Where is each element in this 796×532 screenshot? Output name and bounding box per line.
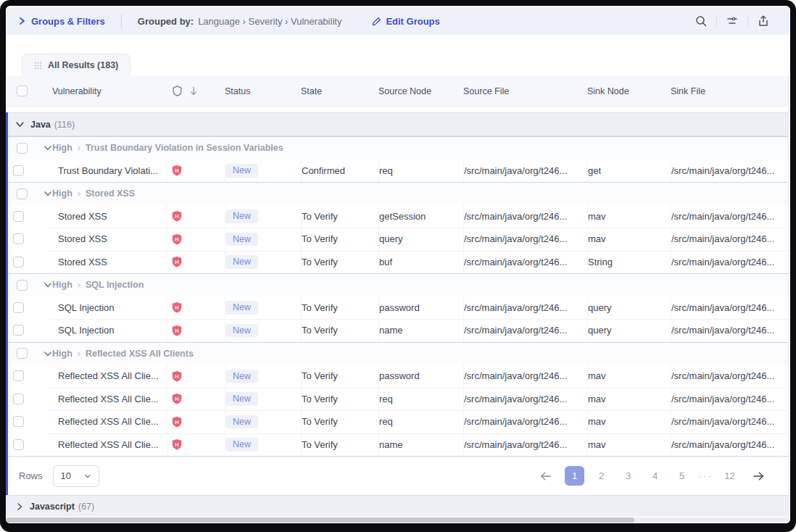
filter-button[interactable] [717, 12, 747, 30]
status-badge: New [225, 392, 258, 406]
page-button-2[interactable]: 2 [592, 466, 611, 486]
column-header-status[interactable]: Status [225, 76, 301, 106]
sink-file-cell: /src/main/java/org/t246... [671, 433, 788, 457]
table-row[interactable]: SQL Injection H New To Verify password /… [6, 296, 788, 320]
table-row[interactable]: Trust Boundary Violati... H New Confirme… [6, 159, 788, 183]
results-table: Vulnerability Status State Source Node S… [6, 76, 789, 517]
subgroup-checkbox[interactable] [17, 188, 28, 199]
chevron-down-icon[interactable] [43, 189, 52, 198]
state-cell: Confirmed [301, 159, 378, 183]
breadcrumb-separator: › [78, 188, 80, 199]
page-ellipsis[interactable]: ··· [699, 470, 713, 481]
status-badge: New [225, 301, 258, 315]
column-header-source-file[interactable]: Source File [463, 76, 587, 106]
edit-groups-button[interactable]: Edit Groups [372, 16, 439, 27]
group-header-java[interactable]: Java (116) [6, 112, 788, 136]
row-checkbox[interactable] [13, 394, 24, 404]
table-row[interactable]: Reflected XSS All Clie... H New To Verif… [6, 388, 788, 411]
table-row[interactable]: Stored XSS H New To Verify query /src/ma… [6, 228, 788, 251]
chevron-down-icon[interactable] [43, 280, 52, 289]
subgroup-header[interactable]: High › Reflected XSS All Clients [6, 342, 788, 365]
search-button[interactable] [686, 12, 716, 30]
state-cell: To Verify [301, 410, 378, 433]
table-row[interactable]: SQL Injection H New To Verify name /src/… [6, 319, 788, 342]
select-all-checkbox[interactable] [17, 86, 28, 96]
svg-text:H: H [175, 373, 178, 380]
pencil-icon [372, 17, 381, 26]
breadcrumb-separator: › [78, 143, 80, 153]
column-header-sink-file[interactable]: Sink File [671, 76, 788, 106]
row-checkbox[interactable] [13, 325, 24, 336]
subgroup-header[interactable]: High › Stored XSS [6, 182, 788, 205]
source-file-cell: /src/main/java/org/t246... [463, 296, 587, 320]
toolbar-divider [121, 14, 122, 28]
scrollbar-thumb[interactable] [6, 518, 634, 523]
drag-handle-icon [34, 62, 42, 70]
subgroup-header[interactable]: High › Trust Boundary Violation in Sessi… [6, 136, 788, 159]
source-node-cell: password [378, 296, 463, 320]
page-button-1[interactable]: 1 [565, 466, 584, 486]
horizontal-scrollbar [6, 517, 790, 523]
sink-node-cell: query [587, 319, 671, 342]
subgroup-header[interactable]: High › SQL Injection [6, 273, 788, 296]
sink-node-cell: get [587, 159, 671, 183]
sink-node-cell: mav [587, 205, 671, 228]
source-node-cell: getSession [378, 205, 463, 228]
subgroup-checkbox[interactable] [17, 348, 28, 359]
row-checkbox[interactable] [13, 302, 24, 313]
grouped-by: Grouped by: Language › Severity › Vulner… [138, 16, 342, 27]
table-header: Vulnerability Status State Source Node S… [6, 76, 788, 107]
sink-file-cell: /src/main/java/org/t246... [671, 251, 788, 274]
subgroup-checkbox[interactable] [17, 143, 28, 154]
status-badge: New [225, 233, 258, 246]
sink-node-cell: mav [587, 433, 671, 457]
svg-text:H: H [175, 419, 178, 425]
row-checkbox[interactable] [13, 370, 24, 381]
column-header-vulnerability[interactable]: Vulnerability [52, 76, 167, 106]
rows-per-page-select[interactable]: 10 [53, 465, 99, 487]
page-button-12[interactable]: 12 [720, 466, 739, 486]
group-java: Java (116) High › Trust Boundary Violati… [6, 112, 788, 495]
subgroup-checkbox[interactable] [17, 280, 28, 291]
next-page-button[interactable] [747, 468, 771, 484]
toolbar: Groups & Filters Grouped by: Language › … [6, 7, 790, 35]
row-checkbox[interactable] [13, 257, 24, 267]
export-icon [757, 14, 770, 28]
column-header-state[interactable]: State [301, 76, 378, 106]
previous-page-button[interactable] [534, 468, 557, 484]
svg-text:H: H [175, 236, 178, 243]
row-checkbox[interactable] [13, 233, 24, 244]
source-file-cell: /src/main/java/org/t246... [463, 410, 587, 433]
state-cell: To Verify [301, 296, 378, 320]
subgroup-name: Stored XSS [86, 188, 135, 199]
svg-text:H: H [175, 304, 178, 311]
row-checkbox[interactable] [13, 416, 24, 427]
groups-filters-toggle[interactable]: Groups & Filters [17, 16, 105, 27]
table-row[interactable]: Reflected XSS All Clie... H New To Verif… [6, 433, 788, 457]
page-button-4[interactable]: 4 [645, 466, 665, 486]
source-file-cell: /src/main/java/org/t246... [463, 388, 587, 411]
export-button[interactable] [748, 12, 779, 30]
column-header-sink-node[interactable]: Sink Node [587, 76, 671, 106]
tab-bar: All Results (183) [6, 54, 790, 76]
tab-all-results[interactable]: All Results (183) [22, 54, 130, 76]
page-button-3[interactable]: 3 [618, 466, 638, 486]
chevron-down-icon[interactable] [43, 144, 52, 152]
column-header-source-node[interactable]: Source Node [378, 76, 463, 106]
row-checkbox[interactable] [13, 211, 24, 222]
group-header-javascript[interactable]: Javascript (67) [6, 495, 788, 517]
chevron-down-icon[interactable] [43, 349, 52, 358]
page-button-5[interactable]: 5 [672, 466, 692, 486]
edit-groups-label: Edit Groups [386, 16, 439, 27]
high-severity-icon: H [171, 370, 183, 382]
table-row[interactable]: Stored XSS H New To Verify getSession /s… [6, 205, 788, 228]
table-row[interactable]: Reflected XSS All Clie... H New To Verif… [6, 410, 788, 433]
table-row[interactable]: Reflected XSS All Clie... H New To Verif… [6, 365, 788, 388]
row-checkbox[interactable] [13, 439, 24, 450]
sort-descending-icon [190, 86, 197, 96]
group-label: Java [30, 120, 51, 130]
vulnerability-cell: Stored XSS [58, 228, 167, 251]
table-row[interactable]: Stored XSS H New To Verify buf /src/main… [6, 251, 788, 274]
row-checkbox[interactable] [13, 165, 24, 176]
column-header-severity[interactable] [167, 76, 225, 106]
